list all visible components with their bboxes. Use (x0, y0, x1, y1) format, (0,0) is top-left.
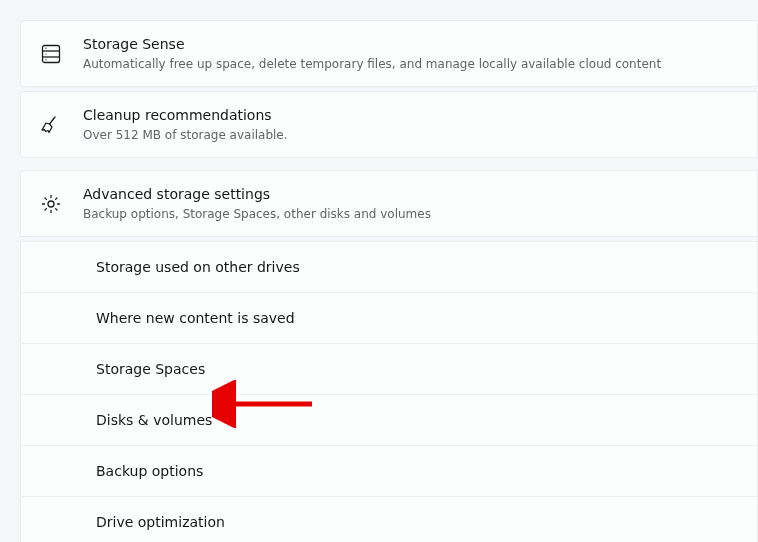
advanced-submenu: Storage used on other drives Where new c… (20, 241, 758, 542)
subitem-label: Where new content is saved (96, 310, 295, 326)
card-subtitle: Over 512 MB of storage available. (83, 127, 739, 143)
storage-settings-page: Storage Sense Automatically free up spac… (0, 20, 758, 542)
svg-point-7 (48, 201, 54, 207)
subitem-label: Storage Spaces (96, 361, 205, 377)
card-text: Storage Sense Automatically free up spac… (83, 35, 739, 72)
subitem-drive-optimization[interactable]: Drive optimization (21, 496, 757, 542)
card-text: Cleanup recommendations Over 512 MB of s… (83, 106, 739, 143)
subitem-storage-other-drives[interactable]: Storage used on other drives (21, 241, 757, 292)
svg-point-4 (45, 53, 46, 54)
card-title: Cleanup recommendations (83, 106, 739, 125)
card-title: Storage Sense (83, 35, 739, 54)
card-title: Advanced storage settings (83, 185, 739, 204)
svg-line-6 (50, 117, 56, 124)
subitem-label: Backup options (96, 463, 203, 479)
subitem-label: Drive optimization (96, 514, 225, 530)
svg-point-3 (45, 47, 46, 48)
subitem-label: Storage used on other drives (96, 259, 300, 275)
storage-sense-icon (39, 42, 63, 66)
subitem-backup-options[interactable]: Backup options (21, 445, 757, 496)
cleanup-recommendations-card[interactable]: Cleanup recommendations Over 512 MB of s… (20, 91, 758, 158)
svg-point-5 (45, 59, 46, 60)
advanced-storage-settings-card[interactable]: Advanced storage settings Backup options… (20, 170, 758, 237)
card-subtitle: Backup options, Storage Spaces, other di… (83, 206, 739, 222)
storage-sense-card[interactable]: Storage Sense Automatically free up spac… (20, 20, 758, 87)
subitem-storage-spaces[interactable]: Storage Spaces (21, 343, 757, 394)
subitem-label: Disks & volumes (96, 412, 212, 428)
subitem-where-new-content[interactable]: Where new content is saved (21, 292, 757, 343)
gear-icon (39, 192, 63, 216)
card-text: Advanced storage settings Backup options… (83, 185, 739, 222)
card-subtitle: Automatically free up space, delete temp… (83, 56, 739, 72)
svg-rect-0 (43, 45, 60, 62)
subitem-disks-volumes[interactable]: Disks & volumes (21, 394, 757, 445)
broom-icon (39, 113, 63, 137)
